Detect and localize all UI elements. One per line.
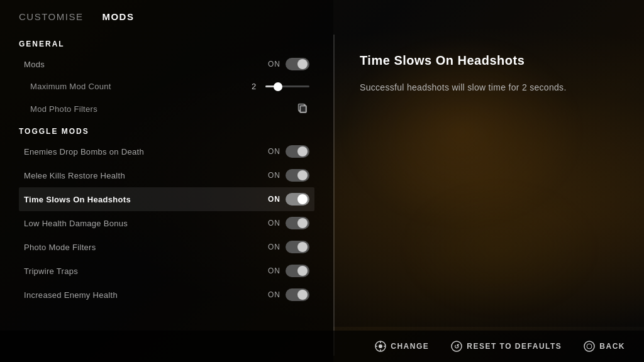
setting-mods-label: Mods bbox=[24, 60, 45, 69]
slider-container: 2 bbox=[252, 82, 309, 91]
top-nav: CUSTOMISE MODS bbox=[0, 0, 644, 28]
detail-title: Time Slows On Headshots bbox=[360, 53, 619, 68]
photo-mode-toggle-label: ON bbox=[268, 243, 280, 251]
time-slows-toggle[interactable] bbox=[286, 193, 309, 206]
setting-enemies-drop-bombs[interactable]: Enemies Drop Bombs on Death ON bbox=[19, 140, 314, 163]
copy-icon[interactable] bbox=[297, 102, 309, 115]
change-label: CHANGE bbox=[391, 342, 429, 351]
setting-enemy-health[interactable]: Increased Enemy Health ON bbox=[19, 283, 314, 307]
svg-point-5 bbox=[379, 344, 382, 348]
content-area: GENERAL Mods ON Maximum Mod Count 2 bbox=[0, 28, 644, 362]
svg-rect-3 bbox=[301, 106, 306, 112]
setting-mod-photo-filters[interactable]: Mod Photo Filters bbox=[19, 97, 314, 121]
melee-kills-toggle-container: ON bbox=[268, 169, 309, 182]
enemies-drop-bombs-toggle-label: ON bbox=[268, 147, 280, 156]
setting-tripwire[interactable]: Tripwire Traps ON bbox=[19, 259, 314, 283]
enemies-drop-bombs-label: Enemies Drop Bombs on Death bbox=[24, 147, 144, 156]
mods-toggle-label: ON bbox=[268, 60, 280, 69]
setting-photo-mode[interactable]: Photo Mode Filters ON bbox=[19, 235, 314, 259]
tripwire-toggle-label: ON bbox=[268, 266, 280, 275]
slider-track[interactable] bbox=[265, 85, 309, 87]
enemy-health-label: Increased Enemy Health bbox=[24, 290, 118, 300]
setting-low-health[interactable]: Low Health Damage Bonus ON bbox=[19, 211, 314, 235]
low-health-toggle-label: ON bbox=[268, 219, 280, 228]
back-label: BACK bbox=[599, 342, 625, 351]
melee-kills-toggle[interactable] bbox=[286, 169, 309, 182]
mods-toggle-container: ON bbox=[268, 58, 309, 70]
nav-customise[interactable]: CUSTOMISE bbox=[19, 11, 83, 22]
enemy-health-toggle[interactable] bbox=[286, 288, 309, 301]
svg-point-12 bbox=[584, 341, 594, 351]
section-general-header: GENERAL bbox=[19, 40, 314, 48]
melee-kills-label: Melee Kills Restore Health bbox=[24, 171, 125, 180]
right-panel: Time Slows On Headshots Successful heads… bbox=[335, 28, 644, 362]
mod-photo-filters-label: Mod Photo Filters bbox=[30, 104, 97, 114]
tripwire-label: Tripwire Traps bbox=[24, 266, 78, 276]
main-container: CUSTOMISE MODS GENERAL Mods ON Maximum M… bbox=[0, 0, 644, 362]
reset-icon: ↺ bbox=[451, 341, 462, 352]
back-icon bbox=[584, 341, 595, 352]
setting-time-slows[interactable]: Time Slows On Headshots ON bbox=[19, 187, 314, 211]
time-slows-label: Time Slows On Headshots bbox=[24, 195, 131, 204]
low-health-label: Low Health Damage Bonus bbox=[24, 219, 128, 228]
change-icon bbox=[375, 341, 386, 352]
mods-toggle[interactable] bbox=[286, 58, 309, 70]
tripwire-toggle-container: ON bbox=[268, 265, 309, 277]
photo-mode-label: Photo Mode Filters bbox=[24, 243, 96, 252]
enemy-health-toggle-container: ON bbox=[268, 288, 309, 301]
setting-melee-kills[interactable]: Melee Kills Restore Health ON bbox=[19, 163, 314, 187]
low-health-toggle[interactable] bbox=[286, 217, 309, 229]
tripwire-toggle[interactable] bbox=[286, 265, 309, 277]
photo-mode-toggle-container: ON bbox=[268, 241, 309, 253]
nav-mods[interactable]: MODS bbox=[102, 11, 134, 22]
slider-value: 2 bbox=[252, 82, 259, 91]
enemy-health-toggle-label: ON bbox=[268, 290, 280, 299]
time-slows-toggle-label: ON bbox=[268, 195, 280, 204]
reset-label: RESET TO DEFAULTS bbox=[467, 342, 562, 351]
section-toggle-mods-header: TOGGLE MODS bbox=[19, 127, 314, 136]
enemies-drop-bombs-toggle-container: ON bbox=[268, 145, 309, 158]
setting-mods[interactable]: Mods ON bbox=[19, 52, 314, 76]
change-action[interactable]: CHANGE bbox=[375, 341, 429, 352]
detail-description: Successful headshots will slow time for … bbox=[360, 80, 619, 94]
enemies-drop-bombs-toggle[interactable] bbox=[286, 145, 309, 158]
reset-action[interactable]: ↺ RESET TO DEFAULTS bbox=[451, 341, 562, 352]
svg-text:↺: ↺ bbox=[454, 343, 460, 350]
photo-mode-toggle[interactable] bbox=[286, 241, 309, 253]
slider-thumb bbox=[274, 82, 282, 91]
bottom-bar: CHANGE ↺ RESET TO DEFAULTS BACK bbox=[0, 331, 644, 362]
left-panel: GENERAL Mods ON Maximum Mod Count 2 bbox=[0, 28, 333, 362]
low-health-toggle-container: ON bbox=[268, 217, 309, 229]
time-slows-toggle-container: ON bbox=[268, 193, 309, 206]
svg-point-13 bbox=[587, 344, 592, 349]
back-action[interactable]: BACK bbox=[584, 341, 625, 352]
melee-kills-toggle-label: ON bbox=[268, 171, 280, 180]
setting-max-mod-count[interactable]: Maximum Mod Count 2 bbox=[19, 76, 314, 97]
max-mod-count-label: Maximum Mod Count bbox=[30, 82, 111, 91]
